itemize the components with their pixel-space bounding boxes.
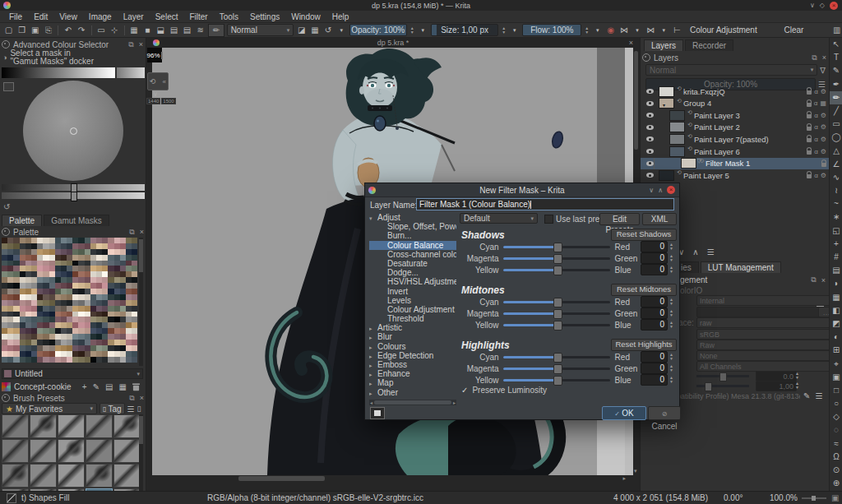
palette-swatch[interactable]	[20, 312, 25, 317]
palette-swatch[interactable]	[126, 255, 132, 261]
palette-swatch[interactable]	[126, 243, 132, 249]
palette-swatch[interactable]	[31, 249, 37, 255]
slider-handle[interactable]	[553, 353, 562, 363]
crop-tool-icon[interactable]: #	[830, 251, 842, 264]
lock-icon[interactable]	[821, 163, 826, 167]
menu-view[interactable]: View	[53, 12, 83, 21]
add-swatch-icon[interactable]: +	[82, 382, 87, 391]
palette-swatch[interactable]	[132, 266, 137, 271]
palette-swatch[interactable]	[25, 317, 31, 322]
alpha-icon[interactable]: α	[814, 123, 818, 131]
rectangular-select-tool-icon[interactable]: □	[830, 384, 842, 397]
layer-row[interactable]: ▾⟲Group 4α▦	[641, 98, 830, 109]
palette-swatch[interactable]	[90, 306, 96, 312]
palette-swatch[interactable]	[90, 271, 96, 277]
palette-swatch[interactable]	[78, 261, 84, 266]
palette-swatch[interactable]	[108, 340, 113, 345]
palette-swatch[interactable]	[25, 345, 31, 351]
palette-swatch[interactable]	[55, 312, 61, 317]
palette-swatch[interactable]	[25, 243, 31, 249]
palette-swatch[interactable]	[126, 266, 132, 271]
reset-midtones-button[interactable]: Reset Midtones	[611, 284, 677, 296]
palette-swatch[interactable]	[96, 317, 102, 322]
palette-swatch[interactable]	[132, 243, 137, 249]
palette-swatch[interactable]	[120, 306, 126, 312]
visibility-eye-icon[interactable]	[646, 136, 654, 141]
lock-icon[interactable]	[807, 90, 812, 95]
palette-swatch[interactable]	[85, 289, 90, 294]
ellipse-tool-icon[interactable]: ◯	[830, 131, 842, 144]
palette-swatch[interactable]	[120, 345, 126, 351]
palette-swatch[interactable]	[25, 340, 31, 345]
layer-row[interactable]: ⟲krita.FxqzjQα⚙	[641, 86, 830, 97]
palette-swatch[interactable]	[13, 317, 19, 322]
transform-tool-icon[interactable]: ◱	[830, 224, 842, 238]
tab-lut-management[interactable]: LUT Management	[701, 261, 781, 273]
palette-swatch[interactable]	[114, 351, 120, 357]
brush-preset[interactable]	[113, 464, 141, 488]
line-tool-icon[interactable]: ╱	[830, 104, 842, 118]
layer-row[interactable]: ⟲Paint Layer 6α⚙	[641, 146, 830, 157]
reload-preset-icon[interactable]: ↺	[322, 25, 333, 36]
palette-swatch[interactable]	[13, 340, 19, 345]
palette-swatch[interactable]	[96, 306, 102, 312]
palette-swatch[interactable]	[25, 261, 31, 266]
palette-swatch[interactable]	[31, 312, 37, 317]
filter-tree-item[interactable]: Dodge...	[369, 268, 456, 277]
preserve-luminosity-row[interactable]: ✓ Preserve Luminosity	[461, 386, 547, 395]
palette-swatch[interactable]	[25, 328, 31, 334]
palette-swatch[interactable]	[78, 300, 84, 306]
palette-swatch[interactable]	[96, 249, 102, 255]
palette-swatch[interactable]	[31, 261, 37, 266]
text-tool-icon[interactable]: T	[830, 51, 842, 64]
palette-swatch[interactable]	[37, 243, 43, 249]
palette-swatch[interactable]	[7, 300, 13, 306]
lock-icon[interactable]	[807, 114, 812, 118]
value-spinbox[interactable]: 0	[641, 252, 668, 264]
palette-swatch[interactable]	[114, 289, 120, 294]
palette-swatch[interactable]	[108, 294, 113, 300]
palette-swatch[interactable]	[7, 238, 13, 243]
spin-arrows[interactable]: ▲▼	[668, 297, 675, 307]
chevron-down-icon[interactable]: ∨	[153, 90, 158, 98]
palette-swatch[interactable]	[13, 351, 19, 357]
palette-swatch[interactable]	[61, 277, 67, 283]
palette-swatch[interactable]	[72, 255, 78, 261]
palette-swatch[interactable]	[67, 238, 72, 243]
palette-swatch[interactable]	[20, 300, 25, 306]
palette-swatch[interactable]	[55, 306, 61, 312]
palette-swatch[interactable]	[67, 266, 72, 271]
menu-help[interactable]: Help	[326, 12, 355, 21]
palette-swatch[interactable]	[72, 351, 78, 357]
palette-swatch[interactable]	[2, 334, 7, 340]
hue-strip-2[interactable]	[2, 192, 145, 199]
palette-swatch[interactable]	[120, 266, 126, 271]
balance-slider[interactable]	[503, 246, 610, 248]
palette-swatch[interactable]	[7, 277, 13, 283]
alpha-icon[interactable]: α	[814, 148, 818, 155]
list-view-icon[interactable]: ☰	[127, 405, 135, 414]
close-docker-icon[interactable]: ×	[137, 228, 146, 236]
palette-swatch[interactable]	[85, 271, 90, 277]
palette-swatch[interactable]	[85, 345, 90, 351]
palette-swatch[interactable]	[55, 255, 61, 261]
palette-swatch[interactable]	[96, 261, 102, 266]
palette-swatch[interactable]	[31, 271, 37, 277]
balance-slider[interactable]	[503, 257, 610, 260]
detail-view-icon[interactable]: ▯	[137, 405, 141, 413]
palette-swatch[interactable]	[13, 289, 19, 294]
palette-swatch[interactable]	[78, 266, 84, 271]
brush-preset[interactable]	[86, 414, 113, 438]
palette-swatch[interactable]	[49, 261, 55, 266]
chevron-down-icon[interactable]: ▾	[659, 25, 669, 36]
palette-swatch[interactable]	[37, 294, 43, 300]
lut-file-input[interactable]	[696, 307, 823, 317]
palette-swatch[interactable]	[102, 266, 108, 271]
palette-swatch[interactable]	[96, 351, 102, 357]
palette-swatch[interactable]	[132, 261, 137, 266]
opacity-slider[interactable]: Opacity: 100%	[349, 24, 407, 36]
slider-handle[interactable]	[553, 321, 562, 331]
filter-tree-item[interactable]: Levels	[369, 296, 456, 305]
lock-icon[interactable]	[807, 103, 812, 107]
palette-grid[interactable]	[2, 238, 137, 363]
